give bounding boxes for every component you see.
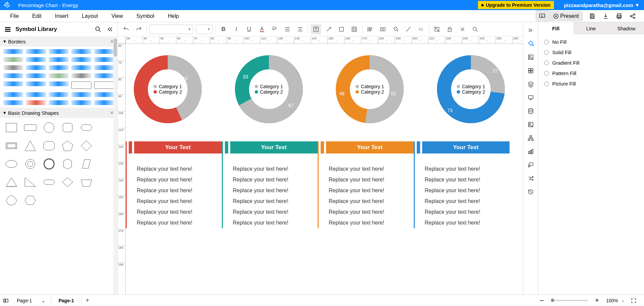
shape-thumb[interactable] [23,176,38,190]
section-borders[interactable]: ▾ Borders ✕ [0,36,117,46]
border-thumb[interactable] [49,73,69,78]
download-button[interactable] [599,10,612,22]
align-button[interactable] [282,24,292,34]
fill-color-button[interactable] [391,24,401,34]
collapse-panel-icon[interactable] [106,26,113,33]
page-selector[interactable]: Page-1⌄ [11,295,51,306]
bold-button[interactable]: B [218,24,229,34]
border-thumb[interactable] [94,100,114,105]
text-tool-button[interactable] [311,24,321,34]
shape-thumb[interactable] [79,158,94,172]
share-button[interactable] [626,10,639,22]
app-logo-icon[interactable] [2,0,12,10]
border-thumb[interactable] [26,57,46,62]
border-thumb[interactable] [71,73,91,78]
image-icon[interactable] [525,118,537,131]
underline-button[interactable]: U [244,24,254,34]
border-thumb[interactable] [3,100,23,105]
shape-tool-button[interactable] [336,24,347,34]
donut-chart[interactable]: Category 1 Category 25248 [331,50,408,128]
save-button[interactable] [586,10,599,22]
line-color-button[interactable] [403,24,413,34]
border-thumb[interactable] [71,81,91,89]
data-icon[interactable] [525,105,537,117]
shape-thumb[interactable] [4,158,19,172]
border-thumb[interactable] [71,100,91,105]
redo-button[interactable] [134,24,144,34]
lock-button[interactable] [445,24,455,34]
menu-help[interactable]: Help [161,10,186,22]
border-thumb[interactable] [3,73,23,78]
tools-button[interactable] [457,24,468,34]
donut-chart[interactable]: Category 1 Category 243 [129,50,206,128]
text-column[interactable]: Your TextReplace your text here!Replace … [318,141,414,228]
donut-chart[interactable]: Category 1 Category 26733 [230,50,308,128]
fill-option[interactable]: Gradient Fill [544,60,638,66]
border-thumb[interactable] [3,57,23,62]
font-size-select[interactable]: ▼ [196,25,213,34]
menu-file[interactable]: File [3,10,26,22]
border-thumb[interactable] [94,92,114,97]
border-thumb[interactable] [49,57,69,62]
shape-thumb[interactable] [60,176,76,190]
shape-thumb[interactable] [79,139,94,154]
shape-thumb[interactable] [60,158,76,172]
border-thumb[interactable] [49,92,69,97]
crop-button[interactable] [432,24,442,34]
border-thumb[interactable] [49,100,69,105]
upgrade-premium-button[interactable]: Upgrade to Premium Version [478,1,554,9]
border-thumb[interactable] [49,49,69,54]
section-basic-shapes[interactable]: ▾ Basic Drawing Shapes ✕ [0,108,117,118]
chevron-down-icon[interactable]: ⌄ [621,298,625,303]
border-thumb[interactable] [71,57,91,62]
tab-fill[interactable]: Fill [538,22,573,34]
fill-tool-icon[interactable] [525,38,537,50]
border-thumb[interactable] [71,65,91,70]
theme-icon[interactable] [525,51,537,63]
search-canvas-button[interactable] [470,24,480,34]
shape-thumb[interactable] [42,121,57,135]
menu-view[interactable]: View [105,10,129,22]
shape-thumb[interactable] [79,176,94,190]
text-column[interactable]: Your TextReplace your text here!Replace … [414,141,510,228]
container-tool-button[interactable] [349,24,359,34]
border-thumb[interactable] [3,65,23,70]
menu-symbol[interactable]: Symbol [130,10,161,22]
border-thumb[interactable] [94,81,114,89]
shape-thumb[interactable] [60,139,76,154]
text-highlight-button[interactable] [270,24,280,34]
shape-thumb[interactable] [4,121,19,135]
align-left-button[interactable] [365,24,375,34]
library-menu-icon[interactable] [4,26,11,33]
present-button[interactable]: Present [549,11,583,21]
orgchart-icon[interactable] [525,132,537,144]
border-thumb[interactable] [49,65,69,70]
search-icon[interactable] [94,26,102,33]
zoom-in-button[interactable]: + [591,295,603,306]
connector-tool-button[interactable] [324,24,334,34]
border-thumb[interactable] [26,92,46,97]
menu-insert[interactable]: Insert [48,10,75,22]
border-thumb[interactable] [26,49,46,54]
border-thumb[interactable] [26,100,46,105]
page-surface[interactable]: Category 1 Category 243 Category 1 Categ… [126,44,523,295]
border-thumb[interactable] [94,49,114,54]
border-thumb[interactable] [3,49,23,54]
shape-thumb[interactable] [23,121,38,135]
border-thumb[interactable] [26,73,46,78]
fill-option[interactable]: Picture Fill [544,81,638,87]
slideshow-button[interactable] [535,10,549,22]
tab-line[interactable]: Line [573,22,609,34]
zoom-slider[interactable] [551,300,588,301]
italic-button[interactable]: I [231,24,241,34]
border-thumb[interactable] [3,92,23,97]
layers-icon[interactable] [525,78,537,90]
text-column[interactable]: Your TextReplace your text here!Replace … [222,141,318,228]
grid-icon[interactable] [525,65,537,77]
undo-button[interactable] [121,24,131,34]
fill-option[interactable]: Solid Fill [544,49,638,55]
shape-thumb[interactable] [23,194,38,208]
shape-thumb[interactable] [4,194,19,208]
comment-icon[interactable] [525,159,537,171]
chart-icon[interactable] [525,145,537,158]
